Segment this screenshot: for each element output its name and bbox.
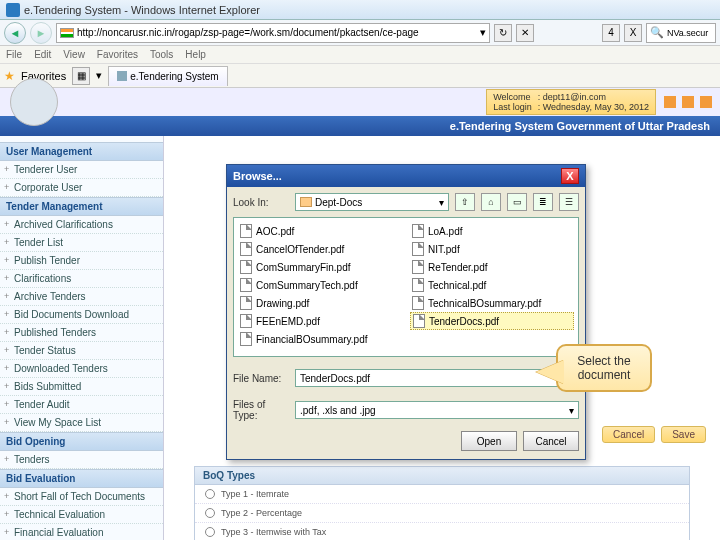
home-button[interactable]: ⌂ bbox=[481, 193, 501, 211]
file-item[interactable]: ComSummaryTech.pdf bbox=[238, 276, 402, 294]
menu-file[interactable]: File bbox=[6, 49, 22, 60]
file-list[interactable]: AOC.pdfLoA.pdfCancelOfTender.pdfNIT.pdfC… bbox=[233, 217, 579, 357]
dialog-cancel-button[interactable]: Cancel bbox=[523, 431, 579, 451]
callout-line1: Select the bbox=[564, 354, 644, 368]
file-icon bbox=[412, 260, 424, 274]
file-name: TenderDocs.pdf bbox=[429, 316, 499, 327]
boq-row[interactable]: Type 3 - Itemwise with Tax bbox=[195, 523, 689, 540]
dashboard-icon[interactable] bbox=[682, 96, 694, 108]
sidebar-item[interactable]: Technical Evaluation bbox=[0, 506, 163, 524]
filetype-label: Files of Type: bbox=[233, 399, 289, 421]
file-name: TechnicalBOsummary.pdf bbox=[428, 298, 541, 309]
file-name: ComSummaryTech.pdf bbox=[256, 280, 358, 291]
url-input[interactable] bbox=[77, 27, 477, 38]
sidebar-item[interactable]: Bid Documents Download bbox=[0, 306, 163, 324]
sidebar-item[interactable]: Clarifications bbox=[0, 270, 163, 288]
filetype-select[interactable]: .pdf, .xls and .jpg ▾ bbox=[295, 401, 579, 419]
file-item[interactable]: Technical.pdf bbox=[410, 276, 574, 294]
home-icon[interactable] bbox=[664, 96, 676, 108]
sidebar-item[interactable]: Publish Tender bbox=[0, 252, 163, 270]
boq-row-label: Type 2 - Percentage bbox=[221, 508, 302, 518]
sidebar-item[interactable]: Archived Clarifications bbox=[0, 216, 163, 234]
file-item[interactable]: TenderDocs.pdf bbox=[410, 312, 574, 330]
menu-favorites[interactable]: Favorites bbox=[97, 49, 138, 60]
up-folder-button[interactable]: ⇧ bbox=[455, 193, 475, 211]
search-icon: 🔍 bbox=[650, 26, 664, 39]
boq-row-label: Type 1 - Itemrate bbox=[221, 489, 289, 499]
file-item[interactable]: NIT.pdf bbox=[410, 240, 574, 258]
file-item[interactable]: Drawing.pdf bbox=[238, 294, 402, 312]
sidebar-item[interactable]: Tender List bbox=[0, 234, 163, 252]
radio-icon[interactable] bbox=[205, 527, 215, 537]
tab-title: e.Tendering System bbox=[130, 71, 218, 82]
detail-view-button[interactable]: ☰ bbox=[559, 193, 579, 211]
radio-icon[interactable] bbox=[205, 508, 215, 518]
menu-edit[interactable]: Edit bbox=[34, 49, 51, 60]
sidebar-item[interactable]: View My Space List bbox=[0, 414, 163, 432]
lookin-value: Dept-Docs bbox=[315, 197, 362, 208]
sidebar-item[interactable]: Tenderer User bbox=[0, 161, 163, 179]
menu-view[interactable]: View bbox=[63, 49, 85, 60]
nav-extra-2[interactable]: X bbox=[624, 24, 642, 42]
menu-tools[interactable]: Tools bbox=[150, 49, 173, 60]
list-view-button[interactable]: ≣ bbox=[533, 193, 553, 211]
dialog-titlebar[interactable]: Browse... X bbox=[227, 165, 585, 187]
sidebar-item[interactable]: Bids Submitted bbox=[0, 378, 163, 396]
boq-row[interactable]: Type 1 - Itemrate bbox=[195, 485, 689, 504]
boq-header: BoQ Types bbox=[195, 467, 689, 485]
file-icon bbox=[240, 314, 252, 328]
browse-dialog: Browse... X Look In: Dept-Docs ▾ ⇧ ⌂ ▭ ≣… bbox=[226, 164, 586, 460]
favorites-dd[interactable]: ▾ bbox=[96, 69, 102, 82]
sidebar-header-tender-mgmt: Tender Management bbox=[0, 197, 163, 216]
menu-help[interactable]: Help bbox=[185, 49, 206, 60]
save-button[interactable]: Save bbox=[661, 426, 706, 443]
filename-label: File Name: bbox=[233, 373, 289, 384]
file-icon bbox=[240, 260, 252, 274]
sidebar-item[interactable]: Published Tenders bbox=[0, 324, 163, 342]
chevron-down-icon: ▾ bbox=[439, 197, 444, 208]
sidebar-item[interactable]: Corporate User bbox=[0, 179, 163, 197]
folder-icon bbox=[300, 197, 312, 207]
open-button[interactable]: Open bbox=[461, 431, 517, 451]
sidebar-item[interactable]: Archive Tenders bbox=[0, 288, 163, 306]
lookin-select[interactable]: Dept-Docs ▾ bbox=[295, 193, 449, 211]
refresh-button[interactable]: ↻ bbox=[494, 24, 512, 42]
file-item[interactable]: FinancialBOsummary.pdf bbox=[238, 330, 402, 348]
favorites-grid-icon[interactable]: ▦ bbox=[72, 67, 90, 85]
radio-icon[interactable] bbox=[205, 489, 215, 499]
back-button[interactable]: ◄ bbox=[4, 22, 26, 44]
system-title-bar: e.Tendering System Government of Uttar P… bbox=[0, 116, 720, 136]
cancel-button[interactable]: Cancel bbox=[602, 426, 655, 443]
sidebar-item[interactable]: Financial Evaluation bbox=[0, 524, 163, 540]
annotation-callout: Select the document bbox=[556, 344, 652, 392]
dialog-close-button[interactable]: X bbox=[561, 168, 579, 184]
ie-icon bbox=[6, 3, 20, 17]
address-bar[interactable]: ▾ bbox=[56, 23, 490, 43]
boq-row[interactable]: Type 2 - Percentage bbox=[195, 504, 689, 523]
nav-extra-1[interactable]: 4 bbox=[602, 24, 620, 42]
file-item[interactable]: ComSummaryFin.pdf bbox=[238, 258, 402, 276]
sidebar-item[interactable]: Short Fall of Tech Documents bbox=[0, 488, 163, 506]
file-item[interactable]: TechnicalBOsummary.pdf bbox=[410, 294, 574, 312]
stop-button[interactable]: ✕ bbox=[516, 24, 534, 42]
file-item[interactable]: CancelOfTender.pdf bbox=[238, 240, 402, 258]
file-item[interactable]: LoA.pdf bbox=[410, 222, 574, 240]
chevron-down-icon: ▾ bbox=[569, 405, 574, 416]
dropdown-icon[interactable]: ▾ bbox=[480, 26, 486, 39]
sidebar-item[interactable]: Downloaded Tenders bbox=[0, 360, 163, 378]
file-item[interactable]: AOC.pdf bbox=[238, 222, 402, 240]
sidebar-item[interactable]: Tenders bbox=[0, 451, 163, 469]
forward-button[interactable]: ► bbox=[30, 22, 52, 44]
file-item[interactable]: ReTender.pdf bbox=[410, 258, 574, 276]
file-item[interactable]: FEEnEMD.pdf bbox=[238, 312, 402, 330]
favorites-star-icon[interactable]: ★ bbox=[4, 69, 15, 83]
file-name: Technical.pdf bbox=[428, 280, 486, 291]
sidebar-item[interactable]: Tender Audit bbox=[0, 396, 163, 414]
search-box[interactable]: 🔍 NVa.secur bbox=[646, 23, 716, 43]
new-folder-button[interactable]: ▭ bbox=[507, 193, 527, 211]
sidebar-item[interactable]: Tender Status bbox=[0, 342, 163, 360]
boq-row-label: Type 3 - Itemwise with Tax bbox=[221, 527, 326, 537]
logout-icon[interactable] bbox=[700, 96, 712, 108]
browser-tab[interactable]: e.Tendering System bbox=[108, 66, 227, 86]
state-emblem-icon bbox=[10, 78, 58, 126]
